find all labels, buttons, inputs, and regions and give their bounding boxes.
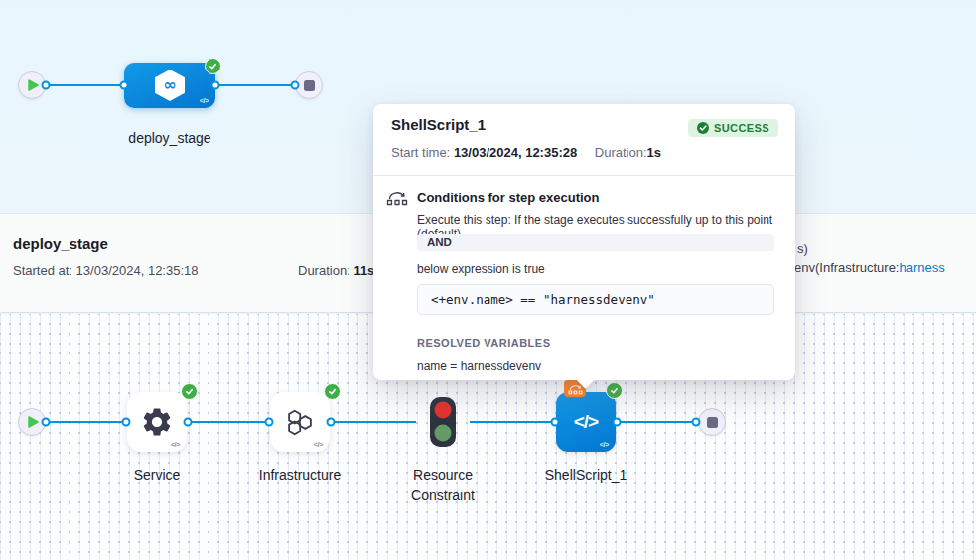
environment-link[interactable]: harness: [900, 260, 945, 275]
edge-connector-dot[interactable]: [122, 418, 131, 427]
edge-line: [331, 421, 416, 423]
edge-line: [215, 84, 295, 86]
popover-title: ShellScript_1: [391, 116, 486, 133]
stage-bar-title: deploy_stage: [13, 235, 108, 252]
stage-duration-text: Duration: 11s: [298, 263, 374, 278]
resolved-variable-value: name = harnessdevenv: [417, 359, 541, 373]
edge-connector-dot[interactable]: [211, 81, 220, 90]
code-mini-icon: </>: [200, 96, 209, 105]
clipped-text-line1: s): [797, 241, 976, 256]
step-node-shellscript[interactable]: </> </>: [556, 392, 616, 452]
play-icon: [28, 79, 39, 91]
expression-box: <+env.name> == "harnessdevenv": [417, 284, 774, 315]
duration-label: Duration:: [595, 145, 647, 160]
stop-icon: [707, 417, 718, 428]
success-badge-icon: [181, 383, 198, 400]
start-time-label: Start time:: [391, 145, 450, 160]
step-node-label: Service: [134, 465, 181, 486]
stage-started-text: Started at: 13/03/2024, 12:35:18: [13, 263, 199, 278]
pipeline-execution-screen: ∞ </> deploy_stage deploy_stage Started …: [0, 0, 976, 560]
conditional-execution-icon: [386, 189, 408, 210]
step-stop-node[interactable]: [698, 408, 726, 436]
success-badge-icon: [606, 382, 623, 399]
below-expression-text: below expression is true: [417, 262, 545, 276]
edge-line: [46, 421, 126, 423]
edge-connector-dot[interactable]: [120, 81, 129, 90]
step-node-infrastructure[interactable]: </>: [270, 392, 330, 452]
edge-connector-dot[interactable]: [327, 418, 336, 427]
code-icon: </>: [574, 411, 598, 433]
edge-connector-dot[interactable]: [42, 81, 51, 90]
step-details-popover: ShellScript_1 SUCCESS Start time: 13/03/…: [373, 104, 795, 380]
start-time-value: 13/03/2024, 12:35:28: [454, 145, 577, 160]
and-operator-bar: AND: [417, 234, 774, 251]
edge-line: [470, 421, 555, 423]
success-badge-icon: [324, 383, 341, 400]
stop-icon: [304, 80, 315, 91]
edge-connector-dot[interactable]: [184, 418, 193, 427]
status-label: SUCCESS: [714, 122, 769, 134]
divider: [373, 175, 795, 176]
code-mini-icon: </>: [600, 440, 609, 449]
step-node-service[interactable]: </>: [127, 392, 187, 452]
code-mini-icon: </>: [314, 440, 323, 449]
edge-connector-dot[interactable]: [265, 418, 274, 427]
step-node-label: Resource Constraint: [396, 465, 489, 506]
hexagon-cluster-icon: [284, 409, 316, 436]
clipped-text-line2: env(Infrastructure:harness: [794, 260, 976, 275]
duration-value: 1s: [647, 145, 661, 160]
duration-label: Duration:: [298, 263, 350, 278]
edge-connector-dot[interactable]: [42, 418, 51, 427]
stage-node-deploy-stage[interactable]: ∞ </>: [124, 63, 215, 108]
stage-bar-clipped-details: s) env(Infrastructure:harness: [794, 241, 976, 283]
step-node-resource-constraint[interactable]: [428, 396, 458, 452]
edge-connector-dot[interactable]: [692, 418, 701, 427]
cd-stage-icon: ∞: [155, 70, 185, 101]
resolved-variables-title: RESOLVED VARIABLES: [417, 337, 551, 349]
edge-line: [617, 421, 696, 423]
started-value: 13/03/2024, 12:35:18: [76, 263, 199, 278]
edge-connector-dot[interactable]: [613, 418, 622, 427]
infrastructure-text: env(Infrastructure:: [794, 260, 900, 275]
conditions-title: Conditions for step execution: [417, 190, 599, 205]
stage-node-label: deploy_stage: [128, 128, 210, 149]
step-node-label: Infrastructure: [259, 465, 341, 486]
step-node-label: ShellScript_1: [545, 465, 627, 486]
edge-line: [188, 421, 269, 423]
success-badge-icon: [205, 58, 221, 74]
edge-line: [46, 84, 124, 86]
edge-connector-dot[interactable]: [291, 81, 300, 90]
started-label: Started at:: [13, 263, 72, 278]
play-icon: [28, 416, 39, 428]
check-icon: [697, 122, 709, 134]
gear-icon: [140, 405, 174, 439]
duration-value: 11s: [353, 263, 374, 278]
edge-connector-dot[interactable]: [551, 418, 560, 427]
popover-meta: Start time: 13/03/2024, 12:35:28 Duratio…: [391, 145, 661, 160]
status-badge: SUCCESS: [688, 119, 778, 137]
code-mini-icon: </>: [171, 440, 180, 449]
traffic-light-icon: [428, 396, 458, 448]
